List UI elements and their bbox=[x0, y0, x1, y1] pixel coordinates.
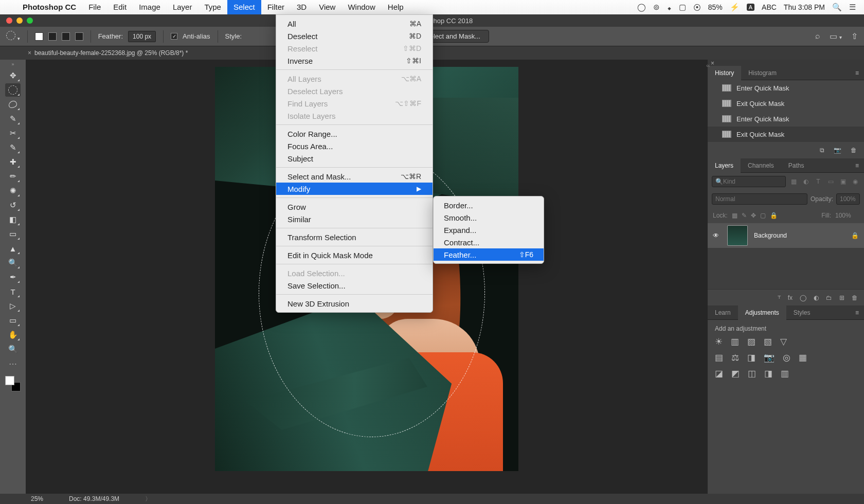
document-tab[interactable]: beautiful-beauty-female-2252368.jpg @ 25… bbox=[34, 49, 188, 57]
input-source-label[interactable]: ABC bbox=[762, 3, 777, 11]
group-icon[interactable]: 🗀 bbox=[826, 294, 832, 301]
history-brush-tool[interactable]: ↺ bbox=[5, 199, 21, 212]
menu-image[interactable]: Image bbox=[133, 0, 167, 14]
panel-menu-icon[interactable]: ≡ bbox=[850, 69, 864, 77]
lasso-tool[interactable] bbox=[5, 98, 21, 111]
feather-input[interactable] bbox=[128, 31, 156, 42]
dropbox-icon[interactable]: ⬥ bbox=[667, 3, 672, 12]
balance-icon[interactable]: ⚖ bbox=[731, 352, 739, 363]
selection-add-icon[interactable] bbox=[48, 32, 57, 41]
eraser-tool[interactable]: ◧ bbox=[5, 213, 21, 226]
wifi-icon[interactable]: ⦿ bbox=[693, 3, 701, 12]
antialias-checkbox[interactable]: ✓ bbox=[171, 33, 177, 40]
filter-shape-icon[interactable]: ▭ bbox=[826, 177, 835, 186]
minimize-window-button[interactable] bbox=[16, 17, 23, 24]
new-doc-from-state-icon[interactable]: ⧉ bbox=[820, 147, 824, 154]
menu-item[interactable]: Save Selection... bbox=[276, 279, 433, 292]
curves-icon[interactable]: ▨ bbox=[747, 336, 755, 347]
lock-all-icon[interactable]: 🔒 bbox=[770, 212, 778, 219]
panel-menu-icon[interactable]: ≡ bbox=[850, 309, 864, 316]
lock-pixels-icon[interactable]: ▦ bbox=[732, 212, 737, 219]
fx-icon[interactable]: fx bbox=[788, 294, 793, 301]
battery-percent[interactable]: 85% bbox=[708, 3, 723, 11]
layer-row-background[interactable]: 👁 Background 🔒 bbox=[708, 223, 864, 248]
new-layer-icon[interactable]: ⊞ bbox=[839, 294, 844, 301]
gradient-tool[interactable]: ▭ bbox=[5, 227, 21, 241]
menu-item[interactable]: Subject bbox=[276, 152, 433, 165]
menu-item[interactable]: Transform Selection bbox=[276, 231, 433, 243]
menu-item[interactable]: All⌘A bbox=[276, 17, 433, 30]
lock-artboard-icon[interactable]: ▢ bbox=[760, 212, 766, 219]
close-window-button[interactable] bbox=[6, 17, 12, 24]
menu-file[interactable]: File bbox=[82, 0, 107, 14]
doc-size[interactable]: Doc: 49.3M/49.3M bbox=[69, 495, 119, 502]
tab-history[interactable]: History bbox=[708, 66, 741, 80]
menu-select[interactable]: Select bbox=[227, 0, 261, 14]
toolbar-expander[interactable]: » bbox=[0, 62, 26, 67]
menu-item[interactable]: New 3D Extrusion bbox=[276, 297, 433, 310]
menu-item[interactable]: Inverse⇧⌘I bbox=[276, 55, 433, 67]
lock-position-icon[interactable]: ✥ bbox=[751, 212, 756, 219]
filter-type-icon[interactable]: T bbox=[814, 177, 823, 186]
menu-item[interactable]: Select and Mask...⌥⌘R bbox=[276, 170, 433, 183]
pen-tool[interactable]: ✒ bbox=[5, 271, 21, 284]
threshold-icon[interactable]: ◫ bbox=[748, 368, 756, 379]
dodge-tool[interactable]: 🔍 bbox=[5, 256, 21, 269]
menu-filter[interactable]: Filter bbox=[261, 0, 291, 14]
path-select-tool[interactable]: ▷ bbox=[5, 299, 21, 313]
toolbar-more[interactable]: ⋯ bbox=[9, 359, 17, 369]
quick-select-tool[interactable]: ✎ bbox=[5, 112, 21, 125]
tab-styles[interactable]: Styles bbox=[786, 305, 818, 320]
tool-preset-icon[interactable]: ▾ bbox=[6, 31, 20, 42]
history-item[interactable]: Exit Quick Mask bbox=[708, 96, 864, 111]
airplay-icon[interactable]: ▢ bbox=[679, 3, 686, 12]
tab-channels[interactable]: Channels bbox=[741, 158, 781, 173]
menu-type[interactable]: Type bbox=[198, 0, 227, 14]
filter-image-icon[interactable]: ▦ bbox=[789, 177, 798, 186]
color-swatches[interactable] bbox=[5, 376, 21, 391]
menu-item[interactable]: Similar bbox=[276, 213, 433, 225]
healing-tool[interactable]: ✚ bbox=[5, 155, 21, 169]
marquee-tool[interactable] bbox=[5, 83, 21, 97]
tab-histogram[interactable]: Histogram bbox=[741, 66, 784, 80]
close-tab-icon[interactable]: × bbox=[28, 49, 31, 57]
menu-help[interactable]: Help bbox=[382, 0, 410, 14]
panel-menu-icon[interactable]: ≡ bbox=[850, 162, 864, 169]
delete-layer-icon[interactable]: 🗑 bbox=[852, 294, 858, 301]
selection-intersect-icon[interactable] bbox=[75, 32, 83, 41]
stamp-tool[interactable]: ✺ bbox=[5, 184, 21, 197]
hue-icon[interactable]: ▤ bbox=[715, 352, 723, 363]
app-menu[interactable]: Photoshop CC bbox=[16, 0, 82, 14]
channel-mixer-icon[interactable]: ◎ bbox=[783, 352, 790, 363]
delete-icon[interactable]: 🗑 bbox=[851, 147, 857, 154]
submenu-item[interactable]: Contract... bbox=[434, 236, 544, 248]
selection-subtract-icon[interactable] bbox=[62, 32, 70, 41]
tab-adjustments[interactable]: Adjustments bbox=[738, 305, 786, 320]
zoom-level[interactable]: 25% bbox=[31, 495, 43, 502]
gradient-map-icon[interactable]: ◨ bbox=[764, 368, 772, 379]
filter-smart-icon[interactable]: ▣ bbox=[838, 177, 848, 186]
status-icon[interactable]: ◯ bbox=[637, 3, 646, 12]
submenu-item[interactable]: Smooth... bbox=[434, 211, 544, 224]
submenu-item[interactable]: Feather...⇧F6 bbox=[434, 248, 544, 261]
tab-layers[interactable]: Layers bbox=[708, 158, 741, 173]
colorlookup-icon[interactable]: ▦ bbox=[799, 352, 807, 363]
vibrance-icon[interactable]: ▽ bbox=[780, 336, 787, 347]
selective-color-icon[interactable]: ▥ bbox=[781, 368, 789, 379]
brightness-icon[interactable]: ☀ bbox=[715, 336, 723, 347]
menu-item[interactable]: Modify▶ bbox=[276, 183, 433, 195]
menu-item[interactable]: Color Range... bbox=[276, 128, 433, 140]
menu-layer[interactable]: Layer bbox=[167, 0, 199, 14]
crop-tool[interactable]: ✂ bbox=[5, 127, 21, 140]
status-flyout-icon[interactable]: 〉 bbox=[145, 495, 151, 503]
snapshot-icon[interactable]: 📷 bbox=[834, 147, 841, 154]
panel-collapse-icon[interactable]: ‹‹ bbox=[706, 63, 710, 68]
layer-kind-select[interactable]: 🔍Kind bbox=[712, 176, 786, 187]
history-item[interactable]: Enter Quick Mask bbox=[708, 111, 864, 127]
history-item[interactable]: Enter Quick Mask bbox=[708, 80, 864, 96]
mask-icon[interactable]: ◯ bbox=[800, 294, 806, 301]
spotlight-icon[interactable]: 🔍 bbox=[832, 3, 842, 12]
tab-learn[interactable]: Learn bbox=[708, 305, 738, 320]
tab-paths[interactable]: Paths bbox=[781, 158, 812, 173]
menu-edit[interactable]: Edit bbox=[107, 0, 133, 14]
